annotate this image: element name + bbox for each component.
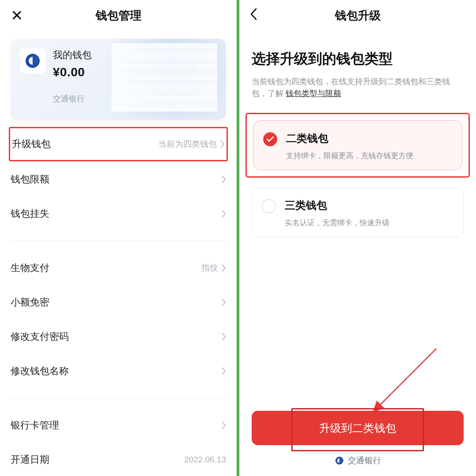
- bank-logo-icon: [19, 48, 46, 74]
- row-bio-pay[interactable]: 生物支付 指纹: [11, 251, 226, 285]
- chevron-right-icon: [220, 140, 225, 148]
- header: 钱包升级: [239, 0, 476, 31]
- section-subtext: 当前钱包为四类钱包，在线支持升级到二类钱包和三类钱包，了解 钱包类型与限额: [252, 76, 464, 100]
- chevron-right-icon: [222, 175, 226, 183]
- row-open-date: 开通日期 2022.06.13: [11, 443, 226, 476]
- wallet-card[interactable]: 我的钱包 ¥0.00 交通银行: [11, 39, 226, 120]
- radio-checked-icon: [263, 132, 277, 146]
- section-heading: 选择升级到的钱包类型: [252, 49, 464, 69]
- upgrade-button[interactable]: 升级到二类钱包: [252, 411, 464, 445]
- chevron-right-icon: [222, 367, 226, 375]
- row-small-nopwd[interactable]: 小额免密: [11, 285, 226, 320]
- highlight-upgrade: 升级钱包 当前为四类钱包: [9, 127, 228, 161]
- wallet-management-screen: ✕ 钱包管理 我的钱包 ¥0.00 交通银行 升级钱包 当前为四类钱包: [0, 0, 237, 476]
- option-wallet-type-3[interactable]: 三类钱包 实名认证，无需绑卡，快速升级: [252, 187, 464, 237]
- wallet-balance: ¥0.00: [53, 65, 92, 79]
- row-change-pay-pwd[interactable]: 修改支付密码: [11, 320, 226, 354]
- chevron-right-icon: [222, 264, 226, 272]
- row-upgrade-wallet[interactable]: 升级钱包 当前为四类钱包: [12, 128, 225, 160]
- chevron-right-icon: [222, 421, 226, 429]
- row-wallet-limit[interactable]: 钱包限额: [11, 162, 226, 197]
- chevron-right-icon: [222, 298, 226, 306]
- row-bank-cards[interactable]: 银行卡管理: [11, 408, 226, 443]
- page-title: 钱包管理: [0, 8, 237, 23]
- wallet-types-link[interactable]: 钱包类型与限额: [286, 89, 341, 98]
- option-wallet-type-2[interactable]: 二类钱包 支持绑卡，限额更高，充钱存钱更方便: [253, 120, 462, 170]
- censored-area: [112, 43, 217, 112]
- bank-logo-icon: [335, 456, 344, 465]
- row-wallet-loss[interactable]: 钱包挂失: [11, 197, 226, 231]
- chevron-right-icon: [222, 333, 226, 341]
- back-icon[interactable]: [250, 8, 259, 23]
- page-title: 钱包升级: [239, 8, 476, 23]
- settings-list-1: 升级钱包 当前为四类钱包 钱包限额 钱包挂失 生物支付 指纹 小额免密 修改支付…: [0, 120, 237, 476]
- highlight-option-2: 二类钱包 支持绑卡，限额更高，充钱存钱更方便: [245, 113, 470, 178]
- row-rename-wallet[interactable]: 修改钱包名称: [11, 354, 226, 388]
- close-icon[interactable]: ✕: [11, 8, 23, 23]
- annotation-arrow-icon: [370, 346, 441, 414]
- wallet-name: 我的钱包: [53, 48, 92, 62]
- wallet-upgrade-screen: 钱包升级 选择升级到的钱包类型 当前钱包为四类钱包，在线支持升级到二类钱包和三类…: [239, 0, 476, 476]
- footer-brand: 交通银行: [252, 455, 464, 466]
- chevron-right-icon: [222, 210, 226, 218]
- radio-unchecked-icon: [262, 199, 276, 213]
- header: ✕ 钱包管理: [0, 0, 237, 31]
